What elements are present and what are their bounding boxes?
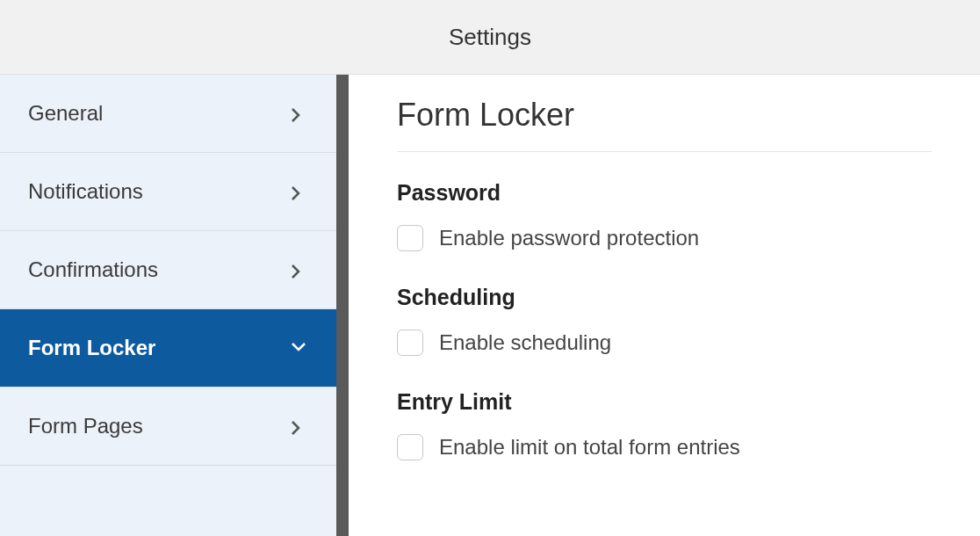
section-title: Password xyxy=(397,180,932,206)
checkbox-password-protection[interactable] xyxy=(397,225,423,251)
sidebar-item-notifications[interactable]: Notifications xyxy=(0,153,336,231)
sidebar-item-confirmations[interactable]: Confirmations xyxy=(0,231,336,309)
checkbox-row-password: Enable password protection xyxy=(397,225,932,251)
sidebar-item-label: Notifications xyxy=(28,179,143,204)
sidebar-item-label: Form Pages xyxy=(28,414,143,438)
section-entry-limit: Entry Limit Enable limit on total form e… xyxy=(397,389,932,460)
checkbox-label: Enable scheduling xyxy=(439,330,611,355)
section-title: Entry Limit xyxy=(397,389,932,415)
page-title: Form Locker xyxy=(397,97,932,152)
sidebar-item-form-pages[interactable]: Form Pages xyxy=(0,388,336,466)
settings-header: Settings xyxy=(0,0,980,75)
settings-sidebar: General Notifications Confirmations Form… xyxy=(0,75,349,536)
sidebar-item-label: Form Locker xyxy=(28,336,155,360)
checkbox-entry-limit[interactable] xyxy=(397,434,423,460)
chevron-right-icon xyxy=(291,264,303,276)
checkbox-row-scheduling: Enable scheduling xyxy=(397,330,932,356)
checkbox-scheduling[interactable] xyxy=(397,330,423,356)
sidebar-item-form-locker[interactable]: Form Locker xyxy=(0,309,336,388)
chevron-right-icon xyxy=(291,107,303,120)
chevron-down-icon xyxy=(291,342,303,354)
chevron-right-icon xyxy=(291,185,303,198)
section-password: Password Enable password protection xyxy=(397,180,932,251)
header-title: Settings xyxy=(449,24,531,51)
section-title: Scheduling xyxy=(397,285,932,310)
checkbox-label: Enable limit on total form entries xyxy=(439,435,740,460)
checkbox-label: Enable password protection xyxy=(439,226,699,250)
checkbox-row-entry-limit: Enable limit on total form entries xyxy=(397,434,932,460)
chevron-right-icon xyxy=(291,420,303,432)
section-scheduling: Scheduling Enable scheduling xyxy=(397,285,932,356)
sidebar-item-general[interactable]: General xyxy=(0,75,336,153)
sidebar-item-label: General xyxy=(28,101,103,126)
sidebar-item-label: Confirmations xyxy=(28,257,158,282)
content-panel: Form Locker Password Enable password pro… xyxy=(349,75,980,536)
main-container: General Notifications Confirmations Form… xyxy=(0,75,980,536)
